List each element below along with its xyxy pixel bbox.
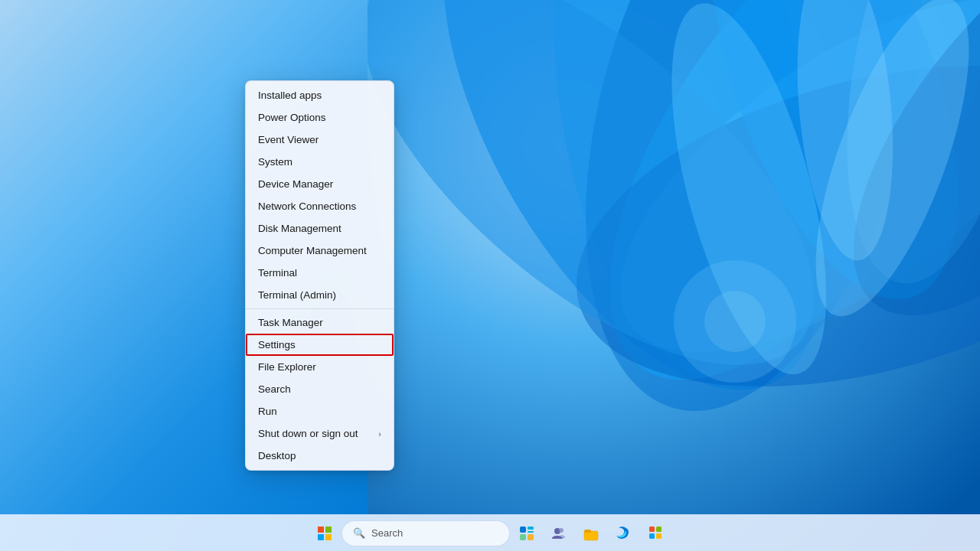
menu-item-installed-apps[interactable]: Installed apps [246,84,394,106]
taskbar-search[interactable]: 🔍 Search [341,520,510,546]
svg-point-26 [559,528,564,533]
menu-item-device-manager[interactable]: Device Manager [246,173,394,195]
menu-item-label: Shut down or sign out [258,428,358,439]
desktop: Installed appsPower OptionsEvent ViewerS… [0,0,980,551]
svg-rect-19 [325,534,332,540]
context-menu: Installed appsPower OptionsEvent ViewerS… [245,80,394,471]
menu-item-label: Disk Management [258,223,341,234]
taskbar: 🔍 Search [0,514,980,551]
menu-item-label: Desktop [258,450,296,461]
svg-rect-16 [318,527,324,533]
svg-rect-29 [649,527,655,532]
menu-item-label: Search [258,383,291,395]
svg-rect-30 [656,527,662,532]
menu-item-system[interactable]: System [246,151,394,173]
menu-item-label: System [258,156,292,168]
menu-item-terminal-admin[interactable]: Terminal (Admin) [246,284,394,306]
menu-item-disk-management[interactable]: Disk Management [246,217,394,240]
menu-item-label: Task Manager [258,317,323,328]
chat-button[interactable] [544,518,574,549]
menu-item-computer-management[interactable]: Computer Management [246,240,394,262]
svg-point-15 [704,291,766,352]
menu-item-event-viewer[interactable]: Event Viewer [246,129,394,151]
svg-rect-18 [318,534,324,540]
menu-item-label: Settings [258,339,296,350]
menu-item-label: File Explorer [258,361,316,373]
edge-button[interactable] [608,518,639,549]
svg-rect-21 [528,527,534,530]
svg-rect-32 [656,533,662,539]
svg-rect-31 [649,533,655,539]
menu-item-terminal[interactable]: Terminal [246,262,394,284]
menu-item-search[interactable]: Search [246,378,394,400]
menu-item-label: Device Manager [258,178,333,190]
svg-rect-23 [520,534,526,540]
start-button[interactable] [309,518,340,549]
search-icon: 🔍 [353,527,365,539]
menu-item-settings[interactable]: Settings [246,334,394,356]
svg-rect-24 [528,534,534,540]
menu-item-task-manager[interactable]: Task Manager [246,311,394,334]
menu-item-file-explorer[interactable]: File Explorer [246,356,394,378]
menu-item-network-connections[interactable]: Network Connections [246,195,394,217]
store-button[interactable] [640,518,671,549]
menu-item-label: Run [258,406,277,417]
svg-rect-20 [520,527,526,533]
widgets-button[interactable] [511,518,542,549]
menu-item-label: Computer Management [258,245,367,256]
svg-rect-22 [528,531,534,533]
taskbar-search-label: Search [371,527,403,539]
menu-item-label: Network Connections [258,201,356,212]
submenu-arrow-icon: › [378,429,381,439]
menu-item-shut-down[interactable]: Shut down or sign out› [246,422,394,445]
menu-item-power-options[interactable]: Power Options [246,106,394,129]
menu-item-label: Event Viewer [258,134,318,145]
wallpaper-flower [368,0,980,551]
menu-item-desktop[interactable]: Desktop [246,445,394,467]
svg-rect-17 [325,527,332,533]
menu-item-label: Power Options [258,112,326,123]
menu-divider [246,308,394,309]
menu-item-label: Installed apps [258,90,322,101]
menu-item-run[interactable]: Run [246,400,394,422]
menu-item-label: Terminal (Admin) [258,289,336,301]
file-explorer-button[interactable] [576,518,606,549]
menu-item-label: Terminal [258,267,297,279]
